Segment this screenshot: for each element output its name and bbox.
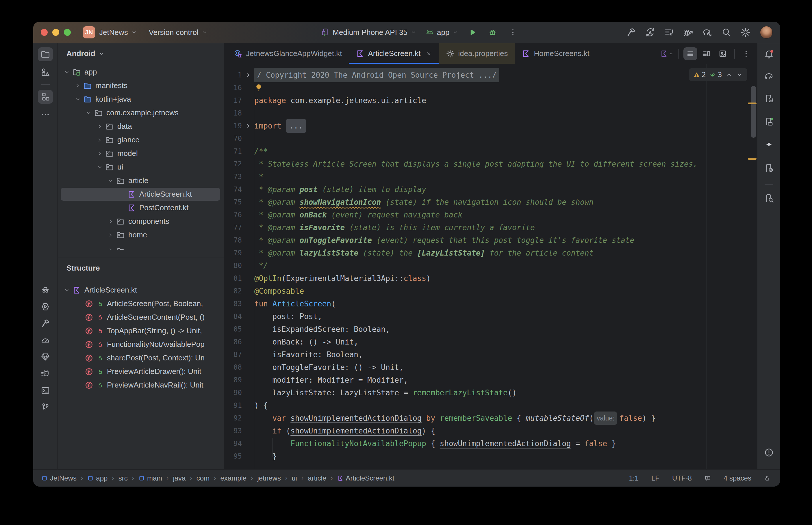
indent-widget[interactable]: 4 spaces [724,474,751,482]
tool-button-notifications[interactable] [762,47,777,61]
gradle-sync-button[interactable] [699,26,715,39]
view-code-button[interactable] [683,47,697,60]
encoding-widget[interactable]: UTF-8 [672,474,692,482]
code-line-83[interactable]: 83fun ArticleScreen( [224,297,757,310]
code-line-81[interactable]: 81@OptIn(ExperimentalMaterial3Api::class… [224,272,757,285]
view-preview-button[interactable] [716,47,730,60]
breadcrumb-item-main[interactable]: main [138,474,162,482]
chevron-down-icon[interactable] [62,69,72,75]
tree-row-com.example.jetnews[interactable]: com.example.jetnews [58,106,224,120]
breadcrumb-item-app[interactable]: app [87,474,107,482]
tool-button-version-control[interactable] [38,400,53,414]
structure-item[interactable]: TopAppBar(String, () -> Unit, [58,324,224,338]
close-tab-icon[interactable] [426,50,432,57]
chevron-down-icon[interactable] [73,96,83,103]
code-line-71[interactable]: 71/** [224,145,757,158]
close-window-button[interactable] [41,29,48,36]
tool-button-project[interactable] [38,47,53,61]
hidden-tabs-button[interactable] [660,47,674,60]
code-line-1[interactable]: 1/ Copyright 2020 The Android Open Sourc… [224,69,757,81]
tree-row-data[interactable]: data [58,120,224,133]
profile-app-button[interactable] [661,26,677,39]
caret-position-widget[interactable]: 1:1 [629,474,639,482]
chevron-down-icon[interactable] [84,110,94,116]
search-everywhere-button[interactable] [718,26,735,39]
code-line-82[interactable]: 82@Composable [224,285,757,297]
project-view-selector[interactable]: Android [58,43,224,58]
code-line-94[interactable]: 94 FunctionalityNotAvailablePopup { show… [224,437,757,450]
code-line-18[interactable]: 18 [224,107,757,120]
code-line-79[interactable]: 79 * @param lazyListState (state) the [L… [224,246,757,259]
device-selector[interactable]: Medium Phone API 35 [321,28,417,37]
structure-item[interactable]: ArticleScreen(Post, Boolean, [58,297,224,311]
chevron-down-icon[interactable] [95,164,105,170]
structure-item[interactable]: ArticleScreenContent(Post, () [58,311,224,324]
intention-bulb-icon[interactable] [254,84,263,92]
fold-arrow-icon[interactable] [242,72,254,78]
inspection-warnings[interactable]: 2 [694,71,706,79]
tool-button-resource-manager[interactable] [38,65,53,79]
breadcrumb-item-ui[interactable]: ui [292,474,297,482]
tree-row-manifests[interactable]: manifests [58,79,224,92]
readonly-lock-icon[interactable] [764,475,770,481]
code-line-77[interactable]: 77 * @param isFavorite (state) is this i… [224,221,757,234]
breadcrumb-item-jetnews[interactable]: jetnews [257,474,281,482]
run-config-selector[interactable]: app [425,28,459,37]
view-split-button[interactable] [699,47,713,60]
tool-button-services[interactable] [38,300,53,314]
code-line-92[interactable]: 92 var showUnimplementedActionDialog by … [224,412,757,424]
tree-row-components[interactable]: components [58,214,224,228]
structure-root-row[interactable]: ArticleScreen.kt [58,283,224,297]
structure-item[interactable]: PreviewArticleNavRail(): Unit [58,378,224,392]
code-line-85[interactable]: 85 isExpandedScreen: Boolean, [224,323,757,335]
code-line-73[interactable]: 73 * [224,170,757,183]
tool-button-structure[interactable] [38,90,53,104]
tool-button-gemini[interactable] [762,138,777,152]
structure-item[interactable]: FunctionalityNotAvailablePop [58,338,224,351]
tree-row-home[interactable]: home [58,228,224,242]
code-line-91[interactable]: 91) { [224,399,757,412]
code-line-84[interactable]: 84 post: Post, [224,310,757,323]
breadcrumb-item-JetNews[interactable]: JetNews [41,474,77,482]
vcs-selector[interactable]: Version control [149,28,208,37]
chevron-right-icon[interactable] [106,247,116,250]
chevron-right-icon[interactable] [106,232,116,238]
breadcrumb-item-com[interactable]: com [196,474,209,482]
tool-button-build[interactable] [38,316,53,330]
next-problem-icon[interactable] [736,72,743,78]
code-line-16[interactable]: 16 [224,81,757,94]
code-line-78[interactable]: 78 * @param onToggleFavorite (event) req… [224,234,757,246]
attach-debugger-button[interactable] [680,26,696,39]
tool-button-profiler[interactable] [38,333,53,347]
inspection-widget[interactable]: 2 3 [689,68,747,81]
chevron-right-icon[interactable] [95,137,105,143]
chevron-right-icon[interactable] [73,82,83,89]
tool-button-device-manager[interactable] [762,92,777,106]
tree-row-article[interactable]: article [58,174,224,188]
project-selector[interactable]: JetNews [99,28,137,37]
structure-item[interactable]: PreviewArticleDrawer(): Unit [58,365,224,378]
code-line-17[interactable]: 17package com.example.jetnews.ui.article [224,94,757,107]
line-ending-widget[interactable]: LF [651,474,660,482]
tree-row-clipped[interactable] [58,242,224,250]
breadcrumb-item-src[interactable]: src [118,474,128,482]
code-line-87[interactable]: 87 isFavorite: Boolean, [224,348,757,361]
debug-button[interactable] [485,26,501,39]
warning-stripe-mark[interactable] [748,103,756,104]
inspections-bubble-icon[interactable] [705,475,711,481]
minimize-window-button[interactable] [52,29,59,36]
tool-button-terminal[interactable] [38,384,53,397]
editor-tab-idea.properties[interactable]: idea.properties [439,43,515,64]
chevron-down-icon[interactable] [106,178,116,184]
tree-row-glance[interactable]: glance [58,133,224,147]
user-avatar[interactable] [760,26,773,39]
chevron-down-icon[interactable] [62,287,72,294]
tool-button-app-quality-insights[interactable] [38,283,53,297]
settings-button[interactable] [737,26,754,39]
tool-button-more-tool-windows[interactable] [38,108,53,122]
editor-scrollbar[interactable] [751,86,756,138]
tool-button-app-inspection[interactable] [38,350,53,364]
structure-item[interactable]: sharePost(Post, Context): Un [58,351,224,365]
breadcrumb-item-ArticleScreen.kt[interactable]: ArticleScreen.kt [337,474,395,482]
tree-row-ArticleScreen.kt[interactable]: ArticleScreen.kt [58,188,224,201]
